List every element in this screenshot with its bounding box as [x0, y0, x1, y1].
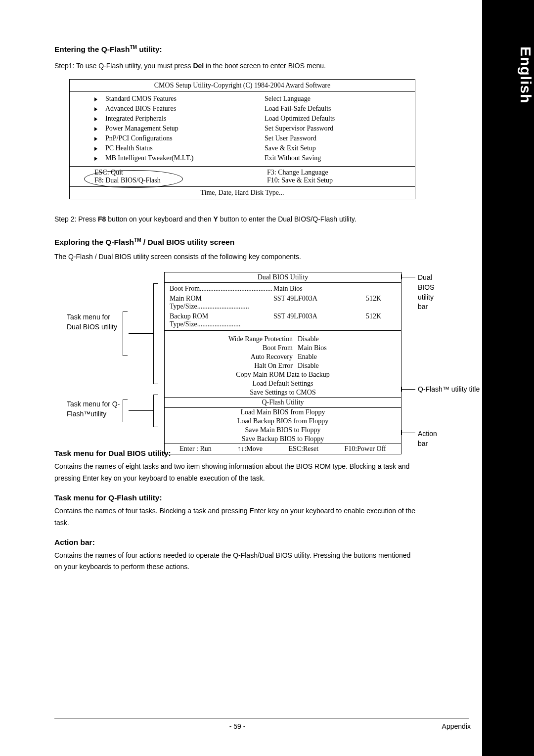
step2-key1: F8 — [98, 215, 106, 223]
bios-right-item[interactable]: Save & Exit Setup — [265, 143, 405, 153]
heading-exploring-text: Exploring the Q-Flash — [54, 238, 134, 246]
info-label: Boot From — [170, 285, 200, 292]
qflash-item[interactable]: Load Main BIOS from Floppy — [165, 408, 401, 417]
dual-bios-title: Dual BIOS Utility — [165, 272, 401, 282]
opt-val: Disable — [298, 335, 352, 343]
connector-line — [401, 277, 415, 277]
bios-left-item[interactable]: Standard CMOS Features — [105, 95, 177, 102]
bios-left-item[interactable]: PnP/PCI Configurations — [105, 134, 173, 142]
connector-tick — [401, 430, 402, 435]
triangle-icon — [94, 97, 97, 101]
bios-left-item[interactable]: Power Management Setup — [105, 125, 178, 132]
step2-key2: Y — [213, 215, 218, 223]
info-size: 512K — [352, 312, 381, 328]
bios-left-item[interactable]: PC Health Status — [105, 144, 153, 152]
bios-right-item[interactable]: Set Supervisor Password — [265, 124, 405, 133]
step2-text: Step 2: Press F8 button on your keyboard… — [54, 214, 415, 224]
sec1-body: Contains the names of eight tasks and tw… — [54, 461, 415, 485]
qflash-title: Q-Flash Utility — [165, 398, 401, 407]
callout-q-menu: Task menu for Q-Flash™utility — [67, 400, 121, 419]
triangle-icon — [94, 137, 97, 141]
step1-prefix: Step1: To use Q-Flash utility, you must … — [54, 62, 193, 70]
bracket — [153, 283, 158, 384]
triangle-icon — [94, 107, 97, 111]
qflash-item[interactable]: Save Main BIOS to Floppy — [165, 426, 401, 435]
bios-footer: Time, Date, Hard Disk Type... — [70, 187, 415, 199]
heading-exploring: Exploring the Q-FlashTM / Dual BIOS util… — [54, 237, 415, 247]
tm-sup: TM — [134, 237, 141, 243]
step1-suffix: in the boot screen to enter BIOS menu. — [204, 62, 326, 70]
bracket-small — [123, 311, 128, 356]
cmd-item[interactable]: Load Default Settings — [165, 379, 401, 388]
page-number: - 59 - — [0, 722, 475, 730]
bios-hint: F10: Save & Exit Setup — [267, 177, 405, 184]
opt-val: Main Bios — [298, 344, 352, 352]
info-label: Backup ROM Type/Size — [170, 312, 208, 328]
opt-key[interactable]: Boot From — [214, 344, 298, 352]
qflash-item[interactable]: Load Backup BIOS from Floppy — [165, 417, 401, 426]
triangle-icon — [94, 127, 97, 131]
opt-val: Disable — [298, 362, 352, 370]
heading-entering: Entering the Q-FlashTM utility: — [54, 44, 415, 54]
bios-left-item[interactable]: Advanced BIOS Features — [105, 105, 176, 112]
sec3-body: Contains the names of four actions neede… — [54, 550, 415, 574]
sec2-head: Task menu for Q-Flash utility: — [54, 493, 415, 502]
opt-key[interactable]: Auto Recovery — [214, 353, 298, 361]
connector-line — [129, 333, 153, 334]
connector-line — [401, 433, 415, 433]
connector-line — [401, 389, 415, 390]
bios-hint: F3: Change Language — [267, 169, 405, 177]
sec2-body: Contains the names of four tasks. Blocki… — [54, 505, 415, 529]
bios-title: CMOS Setup Utility-Copyright (C) 1984-20… — [70, 80, 415, 91]
bios-right-item[interactable]: Set User Password — [265, 133, 405, 143]
side-language-strip — [482, 0, 534, 756]
bios-right-item[interactable]: Load Fail-Safe Defaults — [265, 104, 405, 114]
step1-key: Del — [193, 62, 204, 70]
exploring-desc: The Q-Flash / Dual BIOS utility screen c… — [54, 252, 415, 262]
triangle-icon — [94, 147, 97, 151]
cmd-item[interactable]: Save Settings to CMOS — [165, 388, 401, 397]
info-label: Main ROM Type/Size — [170, 295, 202, 310]
tm-sup: TM — [130, 44, 136, 50]
heading-entering-text: Entering the Q-Flash — [54, 45, 130, 53]
callout-dual-menu: Task menu for Dual BIOS utility — [67, 312, 121, 332]
opt-key[interactable]: Wide Range Protection — [214, 335, 298, 343]
qflash-item[interactable]: Save Backup BIOS to Floppy — [165, 435, 401, 444]
step2-suffix: button to enter the Dual BIOS/Q-Flash ut… — [218, 215, 356, 223]
bracket — [153, 395, 158, 427]
action-bar-row: Enter : Run ↑↓:Move ESC:Reset F10:Power … — [165, 444, 401, 454]
info-size: 512K — [352, 295, 381, 311]
action-item: F10:Power Off — [345, 445, 386, 453]
triangle-icon — [94, 117, 97, 121]
highlight-oval — [84, 170, 183, 188]
footer-rule — [54, 718, 469, 718]
triangle-icon — [94, 157, 97, 161]
bios-right-item[interactable]: Exit Without Saving — [265, 153, 405, 163]
callout-action-bar: Action bar — [418, 429, 437, 448]
opt-val: Enable — [298, 353, 352, 361]
language-label: English — [482, 46, 534, 103]
heading-entering-suffix: utility: — [137, 45, 162, 53]
bios-right-col: Select Language Load Fail-Safe Defaults … — [245, 94, 415, 163]
bios-right-item[interactable]: Select Language — [265, 94, 405, 104]
info-value: SST 49LF003A — [273, 295, 352, 311]
opt-key[interactable]: Halt On Error — [214, 362, 298, 370]
bios-left-item[interactable]: Integrated Peripherals — [105, 115, 166, 122]
utility-diagram: Dual BIOS Utility Boot From.............… — [49, 272, 415, 440]
cmd-item[interactable]: Copy Main ROM Data to Backup — [165, 370, 401, 379]
bios-left-col: Standard CMOS Features Advanced BIOS Fea… — [70, 94, 245, 163]
callout-dual-bar: Dual BIOS utility bar — [418, 273, 434, 311]
bracket-small — [123, 400, 128, 422]
action-item: Enter : Run — [179, 445, 212, 453]
bios-left-item[interactable]: MB Intelligent Tweaker(M.I.T.) — [105, 154, 194, 162]
connector-tick — [401, 274, 402, 279]
heading-exploring-suffix: / Dual BIOS utility screen — [141, 238, 235, 246]
action-item: ESC:Reset — [288, 445, 318, 453]
callout-qtitle-bar: Q-Flash™ utility title bar — [418, 385, 497, 395]
action-item: ↑↓:Move — [237, 445, 263, 453]
sec3-head: Action bar: — [54, 538, 415, 547]
info-value: Main Bios — [273, 285, 352, 293]
info-value: SST 49LF003A — [273, 312, 352, 328]
utility-box: Dual BIOS Utility Boot From.............… — [164, 272, 401, 454]
bios-right-item[interactable]: Load Optimized Defaults — [265, 114, 405, 124]
